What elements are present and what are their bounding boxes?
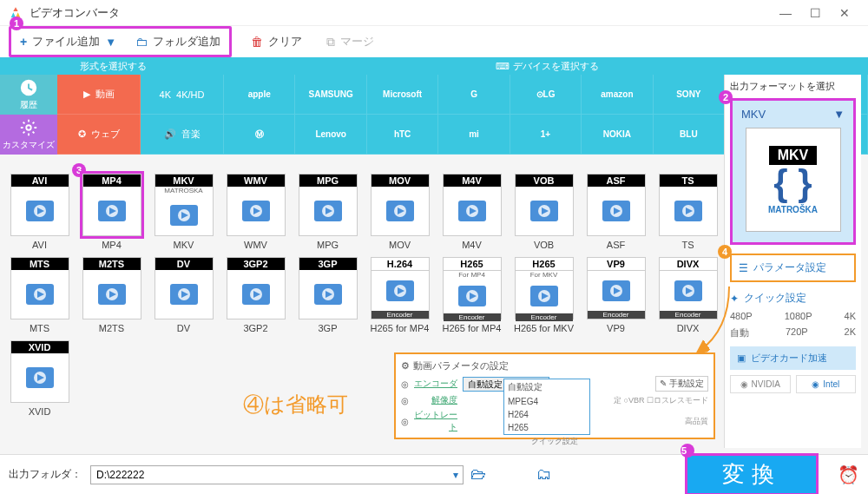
output-format-select[interactable]: MKV ▼ xyxy=(738,106,848,122)
format-m2ts[interactable]: M2TS M2TS xyxy=(79,257,144,333)
res-720p[interactable]: 720P xyxy=(786,326,808,339)
brand-amazon[interactable]: amazon xyxy=(582,75,653,115)
video-card-accel[interactable]: ▣ ビデオカード加速 xyxy=(730,346,856,370)
brand-Lenovo[interactable]: Lenovo xyxy=(295,115,366,155)
res-1080p[interactable]: 1080P xyxy=(785,311,812,321)
clear-button[interactable]: 🗑 クリア xyxy=(246,30,307,53)
chevron-down-icon: ▼ xyxy=(833,108,845,121)
output-folder-label: 出力フォルダ： xyxy=(9,467,82,482)
merge-button[interactable]: ⧉ マージ xyxy=(321,30,379,53)
matroska-icon: { } xyxy=(773,165,812,201)
res-row-2: 自動 720P 2K xyxy=(730,326,856,339)
scheduler-icon[interactable]: ⏰ xyxy=(838,464,859,485)
vendor-intel[interactable]: ◉Intel xyxy=(796,375,857,393)
expand-folder-icon[interactable]: 🗂 xyxy=(533,465,556,484)
merge-icon: ⧉ xyxy=(326,35,335,49)
format-dv[interactable]: DV DV xyxy=(151,257,216,333)
output-format-box[interactable]: 2 MKV ▼ MKV { } MATROŠKA xyxy=(730,98,856,245)
minimize-button[interactable]: — xyxy=(771,6,800,20)
brand-G[interactable]: G xyxy=(438,75,510,115)
chip-icon: ▣ xyxy=(737,352,746,364)
format-wmv[interactable]: WMV WMV xyxy=(223,174,288,250)
format-asf[interactable]: ASF ASF xyxy=(583,174,648,250)
device-icon: ⌨ xyxy=(496,61,510,71)
format-3gp[interactable]: 3GP 3GP xyxy=(295,257,360,333)
title-bar: ビデオコンバータ — ☐ ✕ xyxy=(0,0,868,26)
res-2k[interactable]: 2K xyxy=(845,326,856,339)
brand-moto[interactable]: Ⓜ xyxy=(224,115,295,155)
brand-hTC[interactable]: hTC xyxy=(367,115,438,155)
history-icon xyxy=(19,78,38,97)
add-file-button[interactable]: + ファイル追加 ▼ xyxy=(15,30,122,53)
customize-button[interactable]: カスタマイズ xyxy=(0,115,57,155)
annotation-1: 1 + ファイル追加 ▼ 🗀 フォルダ追加 xyxy=(9,26,232,57)
maximize-button[interactable]: ☐ xyxy=(800,6,830,20)
nvidia-icon: ◉ xyxy=(740,379,748,389)
format-h265mp4[interactable]: H265For MP4 Encoder H265 for MP4 xyxy=(439,257,504,333)
format-vp9[interactable]: VP9 Encoder VP9 xyxy=(583,257,648,333)
brand-apple[interactable]: apple xyxy=(224,75,295,115)
brand-mi[interactable]: mi xyxy=(438,115,510,155)
format-ts[interactable]: TS TS xyxy=(655,174,720,250)
tabs-header: 形式を選択する ⌨デバイスを選択する xyxy=(0,57,868,75)
annotation-4-text: ④は省略可 xyxy=(243,391,348,418)
plus-icon: + xyxy=(20,35,27,49)
target-icon: ◎ xyxy=(401,417,409,426)
cat-0[interactable]: ▶動画 xyxy=(57,75,141,115)
annotation-badge-2: 2 xyxy=(719,90,733,104)
cat-3[interactable]: 🔊音楽 xyxy=(141,115,224,155)
res-4k[interactable]: 4K xyxy=(845,311,856,321)
brand-oneplus[interactable]: 1+ xyxy=(510,115,582,155)
chevron-down-icon[interactable]: ▾ xyxy=(453,469,458,481)
format-mkv[interactable]: MKVMATROSKA MKV xyxy=(151,174,216,250)
annotation-arrow xyxy=(694,287,738,356)
close-button[interactable]: ✕ xyxy=(830,6,859,20)
format-mpg[interactable]: MPG MPG xyxy=(295,174,360,250)
quick-settings: ✦クイック設定 480P 1080P 4K 自動 720P 2K xyxy=(730,291,856,339)
format-mov[interactable]: MOV MOV xyxy=(367,174,432,250)
sliders-icon: ☰ xyxy=(739,262,748,274)
cat-1[interactable]: 4K4K/HD xyxy=(141,75,224,115)
output-format-thumb: MKV { } MATROŠKA xyxy=(746,128,841,232)
format-mts[interactable]: MTS MTS xyxy=(7,257,72,333)
annotation-badge-4: 4 xyxy=(718,245,732,259)
format-3gp2[interactable]: 3GP2 3GP2 xyxy=(223,257,288,333)
format-m4v[interactable]: M4V M4V xyxy=(439,174,504,250)
brand-SAMSUNG[interactable]: SAMSUNG xyxy=(295,75,366,115)
output-folder-input[interactable] xyxy=(90,465,464,484)
annotation-badge-5: 5 xyxy=(681,444,694,458)
folder-icon: 🗀 xyxy=(135,35,148,49)
format-avi[interactable]: AVI AVI xyxy=(7,174,72,250)
history-button[interactable]: 履歴 xyxy=(0,75,57,115)
brand-NOKIA[interactable]: NOKIA xyxy=(582,115,653,155)
svg-point-0 xyxy=(26,125,31,130)
encode-options[interactable]: 自動設定 MPEG4 H264 H265 xyxy=(503,379,590,435)
format-xvid[interactable]: XVID XVID xyxy=(7,340,72,417)
brand-SONY[interactable]: SONY xyxy=(654,75,725,115)
brand-LG[interactable]: ⊙LG xyxy=(510,75,582,115)
cat-2[interactable]: ✪ウェブ xyxy=(57,115,141,155)
target-icon: ◎ xyxy=(401,379,409,389)
right-panel: 出力フォーマットを選択 2 MKV ▼ MKV { } MATROŠKA 4 ☰… xyxy=(724,75,861,448)
add-folder-button[interactable]: 🗀 フォルダ追加 xyxy=(130,30,226,53)
open-folder-icon[interactable]: 🗁 xyxy=(467,465,490,484)
param-settings-button[interactable]: 4 ☰ パラメータ設定 xyxy=(730,254,856,282)
tab-format[interactable]: 形式を選択する xyxy=(0,60,226,73)
chevron-down-icon[interactable]: ▼ xyxy=(105,36,116,49)
intel-icon: ◉ xyxy=(812,379,819,389)
param-popup: ⚙動画パラメータの設定 ◎ エンコーダ 自動設定 ✎ 手動設定 ◎ 解像度 定 … xyxy=(394,352,715,439)
brand-Microsoft[interactable]: Microsoft xyxy=(367,75,438,115)
vendor-nvidia[interactable]: ◉NVIDIA xyxy=(730,375,791,393)
annotation-badge-1: 1 xyxy=(10,16,23,30)
gear-icon: ⚙ xyxy=(401,360,410,372)
tab-device[interactable]: ⌨デバイスを選択する xyxy=(226,60,868,73)
convert-button[interactable]: 5 変換 xyxy=(685,453,819,494)
gear-icon xyxy=(19,118,38,137)
brand-BLU[interactable]: BLU xyxy=(654,115,725,155)
format-mp4[interactable]: 3 MP4 MP4 xyxy=(79,174,144,250)
manual-button[interactable]: ✎ 手動設定 xyxy=(655,376,708,392)
format-vob[interactable]: VOB VOB xyxy=(511,174,576,250)
format-h265mkv[interactable]: H265For MKV Encoder H265 for MKV xyxy=(511,257,576,333)
format-h264[interactable]: H.264 Encoder H265 for MP4 xyxy=(367,257,432,333)
target-icon: ◎ xyxy=(401,396,409,405)
